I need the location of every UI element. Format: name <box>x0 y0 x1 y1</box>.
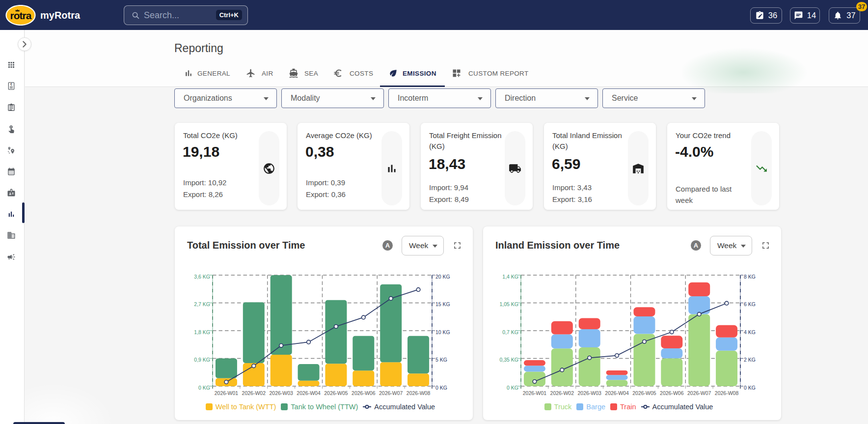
svg-text:1,8 KG: 1,8 KG <box>194 329 210 335</box>
svg-text:0 KG: 0 KG <box>744 385 756 391</box>
svg-text:2026-W03: 2026-W03 <box>577 390 601 396</box>
svg-text:€: € <box>10 83 12 86</box>
svg-text:15 KG: 15 KG <box>435 301 450 307</box>
svg-text:2,7 KG: 2,7 KG <box>194 301 210 307</box>
svg-text:20 KG: 20 KG <box>435 274 450 280</box>
svg-text:5 KG: 5 KG <box>435 357 447 363</box>
svg-text:1,05 KG: 1,05 KG <box>499 301 518 307</box>
svg-text:0 KG: 0 KG <box>198 385 210 391</box>
svg-text:2026-W08: 2026-W08 <box>715 390 739 396</box>
svg-text:2026-W06: 2026-W06 <box>660 390 684 396</box>
svg-text:2026-W01: 2026-W01 <box>523 390 547 396</box>
svg-text:2026-W02: 2026-W02 <box>550 390 574 396</box>
svg-text:2026-W07: 2026-W07 <box>687 390 711 396</box>
svg-text:2026-W06: 2026-W06 <box>352 390 376 396</box>
svg-text:2026-W04: 2026-W04 <box>297 390 321 396</box>
svg-text:2026-W07: 2026-W07 <box>379 390 403 396</box>
svg-text:0 KG: 0 KG <box>435 385 447 391</box>
svg-text:0,9 KG: 0,9 KG <box>194 357 210 363</box>
svg-text:2026-W05: 2026-W05 <box>324 390 348 396</box>
svg-text:2026-W03: 2026-W03 <box>269 390 293 396</box>
svg-text:0,7 KG: 0,7 KG <box>502 329 518 335</box>
svg-text:1,4 KG: 1,4 KG <box>502 274 518 280</box>
svg-text:2026-W02: 2026-W02 <box>242 390 266 396</box>
svg-text:6 KG: 6 KG <box>744 301 756 307</box>
svg-text:2 KG: 2 KG <box>744 357 756 363</box>
svg-text:2026-W05: 2026-W05 <box>632 390 656 396</box>
svg-text:3,6 KG: 3,6 KG <box>194 274 210 280</box>
svg-text:2026-W01: 2026-W01 <box>215 390 239 396</box>
svg-text:2026-W08: 2026-W08 <box>407 390 431 396</box>
svg-text:4 KG: 4 KG <box>744 329 756 335</box>
svg-text:0 KG: 0 KG <box>507 385 518 391</box>
svg-text:0,35 KG: 0,35 KG <box>499 357 518 363</box>
svg-text:8 KG: 8 KG <box>744 274 756 280</box>
svg-text:10 KG: 10 KG <box>435 329 450 335</box>
svg-text:2026-W04: 2026-W04 <box>605 390 629 396</box>
svg-text:rotra: rotra <box>10 10 32 21</box>
